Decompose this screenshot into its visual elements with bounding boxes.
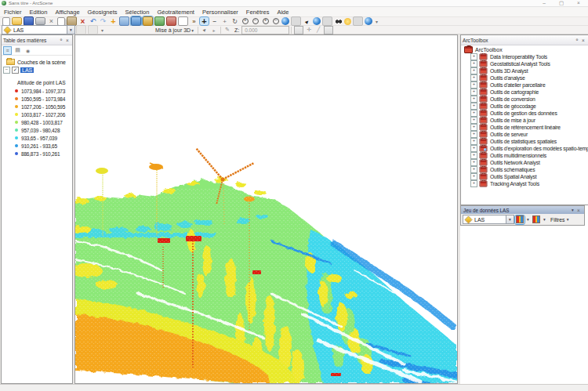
- toolbox-item[interactable]: Data Interoperability Tools: [461, 53, 588, 60]
- fixed-zoom-in-icon[interactable]: [261, 17, 270, 25]
- minimize-button[interactable]: –: [541, 0, 547, 6]
- toolbox-item[interactable]: Outils d'atelier parcellaire: [461, 81, 588, 89]
- fly-icon[interactable]: [210, 17, 219, 25]
- las-dataset-dropdown[interactable]: [506, 215, 514, 223]
- las-layer-node[interactable]: LAS: [2, 66, 72, 74]
- close-button[interactable]: ×: [575, 0, 582, 6]
- expand-icon[interactable]: [470, 152, 477, 159]
- toolbox-item[interactable]: Outils Spatial Analyst: [461, 173, 588, 180]
- expand-icon[interactable]: [470, 180, 477, 187]
- expand-icon[interactable]: [470, 131, 477, 138]
- list-by-drawing-order-icon[interactable]: [3, 46, 12, 55]
- toolbox-item[interactable]: Outils de référencement linéaire: [461, 124, 588, 131]
- menu-item[interactable]: Affichage: [51, 9, 83, 16]
- find-icon[interactable]: [334, 17, 343, 25]
- toolbox-item[interactable]: Tracking Analyst Tools: [461, 180, 588, 187]
- menu-item[interactable]: Géosignets: [84, 9, 122, 16]
- scene-layers-node[interactable]: Couches de la scène: [2, 58, 72, 66]
- menu-item[interactable]: Edition: [26, 9, 52, 16]
- layer-combo[interactable]: LAS: [2, 25, 75, 34]
- toolbox-item[interactable]: Outils d'exploration des modèles spatio-…: [461, 145, 588, 152]
- layer-visibility-checkbox[interactable]: [12, 67, 19, 74]
- expand-icon[interactable]: [470, 60, 477, 67]
- edit-vertices-icon[interactable]: [223, 27, 231, 34]
- expand-icon[interactable]: [470, 173, 477, 180]
- pin-icon[interactable]: [58, 37, 64, 43]
- toolbar-overflow-icon[interactable]: [374, 17, 379, 25]
- expand-icon[interactable]: [470, 117, 477, 124]
- copy-icon[interactable]: [57, 17, 65, 26]
- daylight-icon[interactable]: [344, 18, 351, 25]
- globe-view-icon[interactable]: [313, 17, 321, 25]
- select-graphics-icon[interactable]: [322, 16, 332, 26]
- redo-icon[interactable]: [99, 17, 107, 25]
- navigate-icon[interactable]: [200, 17, 209, 25]
- toolbar-overflow-icon[interactable]: [100, 26, 105, 34]
- background-color-icon[interactable]: [178, 16, 188, 26]
- las-dataset-combo[interactable]: LAS: [463, 215, 514, 224]
- expand-icon[interactable]: [470, 124, 477, 131]
- toolbox-item[interactable]: Outils schématiques: [461, 166, 588, 173]
- menu-item[interactable]: Aide: [273, 9, 292, 16]
- toolbar-options-icon[interactable]: [570, 208, 575, 212]
- orbit-icon[interactable]: [230, 17, 239, 25]
- add-data-icon[interactable]: [109, 17, 118, 25]
- toolbox-item[interactable]: Outils de conversion: [461, 96, 588, 103]
- rendering-icon[interactable]: [154, 16, 165, 26]
- list-by-source-icon[interactable]: [13, 46, 22, 55]
- full-extent-icon[interactable]: [281, 17, 289, 25]
- surface-symbology-icon[interactable]: [515, 215, 524, 224]
- snapping-icon[interactable]: [305, 27, 313, 34]
- menu-item[interactable]: Fichier: [0, 9, 26, 16]
- expand-icon[interactable]: [470, 96, 477, 103]
- new-document-icon[interactable]: [2, 17, 10, 26]
- menu-item[interactable]: Sélection: [122, 9, 154, 16]
- viewer-window-icon[interactable]: [353, 16, 363, 26]
- cut-icon[interactable]: [47, 17, 56, 25]
- delete-icon[interactable]: [78, 17, 87, 25]
- close-toolbar-icon[interactable]: [575, 208, 582, 213]
- close-panel-icon[interactable]: [580, 38, 586, 43]
- animation-icon[interactable]: [365, 17, 372, 25]
- arctoolbox-root-node[interactable]: ArcToolbox: [461, 45, 588, 53]
- toolbox-item[interactable]: Outils 3D Analyst: [461, 67, 588, 74]
- zoom-to-target-icon[interactable]: [291, 16, 301, 26]
- zoom-out-icon[interactable]: [251, 17, 260, 25]
- toolbox-item[interactable]: Outils de serveur: [461, 131, 588, 138]
- edit-tool-icon[interactable]: [201, 27, 209, 34]
- expand-icon[interactable]: [470, 74, 477, 81]
- editor-overflow-icon[interactable]: [324, 26, 333, 34]
- split-tool-icon[interactable]: [314, 27, 322, 34]
- expand-icon[interactable]: [470, 53, 477, 60]
- undo-icon[interactable]: [89, 17, 97, 25]
- model-builder-icon[interactable]: [190, 17, 198, 25]
- scene-viewport[interactable]: [74, 34, 458, 384]
- zoom-in-icon[interactable]: [241, 17, 249, 25]
- expand-icon[interactable]: [470, 145, 477, 152]
- layer-combo-dropdown[interactable]: [67, 26, 74, 34]
- toolbox-item[interactable]: Outils de cartographie: [461, 89, 588, 96]
- restore-button[interactable]: ▢: [558, 0, 564, 6]
- toolbox-item[interactable]: Outils de statistiques spatiales: [461, 138, 588, 145]
- toolbox-item[interactable]: Outils de gestion des données: [461, 110, 588, 117]
- points-symbology-icon[interactable]: [532, 215, 541, 224]
- z-value-input[interactable]: 0.000: [241, 26, 289, 34]
- expand-icon[interactable]: [470, 67, 477, 74]
- collapse-icon[interactable]: [3, 67, 10, 74]
- editor-3d-menu[interactable]: Mise à jour 3D: [153, 27, 196, 33]
- filters-button[interactable]: Filtres: [548, 217, 573, 223]
- extrusion-icon[interactable]: [143, 16, 153, 26]
- pin-icon[interactable]: [574, 37, 580, 43]
- points-symbology-dropdown[interactable]: [542, 217, 547, 222]
- toolbox-item[interactable]: Outils de géocodage: [461, 103, 588, 110]
- print-icon[interactable]: [35, 17, 45, 25]
- close-panel-icon[interactable]: [64, 38, 71, 43]
- expand-icon[interactable]: [470, 81, 477, 89]
- illumination-icon[interactable]: [166, 16, 176, 26]
- select-features-icon[interactable]: [303, 17, 311, 25]
- menu-item[interactable]: Fenêtres: [242, 9, 274, 16]
- open-folder-icon[interactable]: [12, 17, 22, 25]
- menu-item[interactable]: Personnaliser: [198, 9, 242, 16]
- toolbox-item[interactable]: Outils multidimensionnels: [461, 152, 588, 159]
- expand-icon[interactable]: [470, 110, 477, 117]
